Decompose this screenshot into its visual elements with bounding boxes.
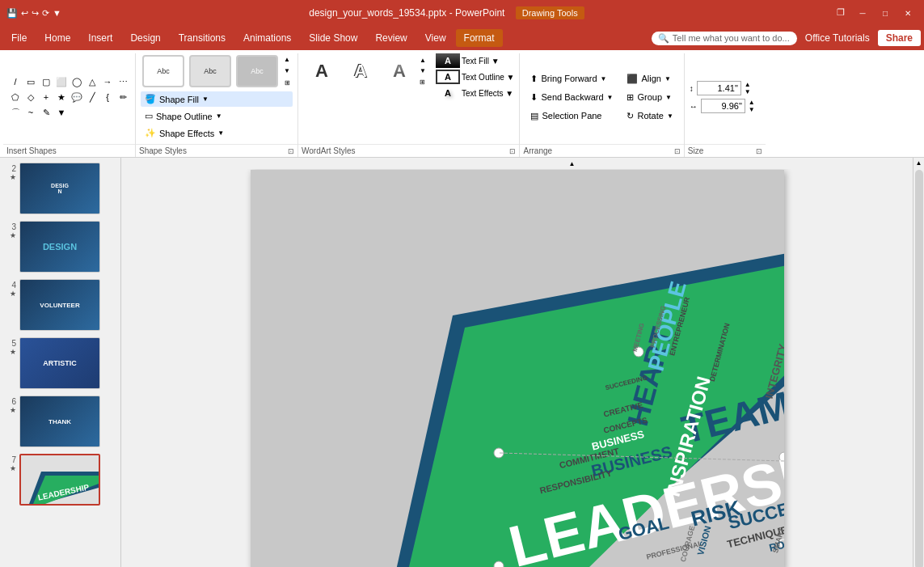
rotate-icon: ↻ — [627, 111, 634, 121]
send-backward-button[interactable]: ⬇ Send Backward ▼ — [525, 89, 618, 106]
slide-canvas[interactable]: LEADERSHIP TEAMWORK HEART PEOPLE INSPIRA… — [251, 170, 784, 568]
menu-animations[interactable]: Animations — [235, 29, 299, 47]
align-dropdown[interactable]: ▼ — [665, 75, 671, 83]
height-up[interactable]: ▲ — [745, 81, 751, 88]
search-box[interactable]: 🔍 Tell me what you want to do... — [652, 32, 797, 45]
redo-icon[interactable]: ↪ — [32, 8, 39, 19]
shape-rounded-rect[interactable]: ▢ — [39, 74, 53, 89]
size-height-input[interactable] — [697, 81, 741, 95]
size-expand[interactable]: ⊡ — [756, 147, 762, 155]
slide-img-6[interactable]: THANK — [19, 396, 100, 447]
send-backward-dropdown[interactable]: ▼ — [607, 94, 614, 101]
shape-freeform[interactable]: ✏ — [116, 90, 130, 104]
slide-img-5[interactable]: ARTISTIC — [19, 337, 100, 389]
shape-style-3[interactable]: Abc — [236, 55, 278, 87]
size-width-input[interactable] — [701, 99, 745, 113]
menu-slideshow[interactable]: Slide Show — [301, 29, 365, 47]
right-scrollbar[interactable]: ▲ ▼ — [913, 158, 924, 567]
group-dropdown[interactable]: ▼ — [665, 94, 672, 101]
menu-home[interactable]: Home — [36, 29, 78, 47]
save-icon[interactable]: 💾 — [6, 8, 18, 19]
shape-snip[interactable]: ⬜ — [54, 74, 69, 89]
office-tutorials-link[interactable]: Office Tutorials — [799, 29, 876, 47]
shape-star[interactable]: ★ — [54, 90, 69, 104]
shape-fill-dropdown[interactable]: ▼ — [202, 95, 209, 103]
repeat-icon[interactable]: ⟳ — [42, 8, 49, 19]
wordart-scroll[interactable]: ▲ ▼ ⊞ — [420, 55, 429, 87]
customize-icon[interactable]: ▼ — [53, 8, 61, 18]
shape-cross[interactable]: + — [39, 90, 53, 104]
slide-img-4[interactable]: VOLUNTEER — [19, 279, 100, 331]
height-spinner[interactable]: ▲ ▼ — [745, 81, 751, 95]
share-button[interactable]: Share — [878, 30, 921, 46]
shape-brace[interactable]: { — [100, 90, 115, 104]
rotate-button[interactable]: ↻ Rotate ▼ — [621, 108, 678, 125]
shape-rect[interactable]: ▭ — [23, 74, 38, 89]
shape-style-1[interactable]: Abc — [142, 55, 184, 87]
slide-img-7[interactable]: LEADERSHIP — [19, 454, 100, 506]
shape-dropdown[interactable]: ▼ — [54, 105, 69, 120]
bring-forward-dropdown[interactable]: ▼ — [601, 75, 607, 83]
wordart-solid[interactable]: A — [305, 55, 339, 87]
shape-style-2[interactable]: Abc — [189, 55, 231, 87]
menu-review[interactable]: Review — [367, 29, 415, 47]
menu-format[interactable]: Format — [456, 29, 503, 47]
height-down[interactable]: ▼ — [745, 88, 751, 95]
bring-forward-button[interactable]: ⬆ Bring Forward ▼ — [525, 70, 618, 87]
align-button[interactable]: ⬛ Align ▼ — [621, 70, 678, 87]
shape-arrow[interactable]: → — [100, 74, 115, 89]
shape-outline-button[interactable]: ▭ Shape Outline ▼ — [141, 108, 293, 124]
shape-callout[interactable]: 💬 — [70, 90, 84, 104]
menu-file[interactable]: File — [3, 29, 35, 47]
shape-curve[interactable]: ⌒ — [8, 105, 23, 120]
slide-thumb-3[interactable]: 3 ★ DESIGN — [3, 219, 117, 274]
slide-thumb-6[interactable]: 6 ★ THANK — [3, 394, 117, 449]
shape-oval[interactable]: ◯ — [70, 74, 84, 89]
width-up[interactable]: ▲ — [749, 99, 755, 106]
shape-fill-button[interactable]: 🪣 Shape Fill ▼ — [141, 91, 293, 107]
search-icon: 🔍 — [658, 33, 669, 44]
shape-pentagon[interactable]: ⬠ — [8, 90, 23, 104]
slide-img-2[interactable]: DESIGN — [19, 163, 100, 214]
slide-thumb-2[interactable]: 2 ★ DESIGN — [3, 161, 117, 216]
menu-view[interactable]: View — [417, 29, 454, 47]
shape-styles-expand[interactable]: ⊡ — [288, 147, 294, 155]
shape-diamond[interactable]: ◇ — [23, 90, 38, 104]
width-down[interactable]: ▼ — [749, 106, 755, 113]
shape-edit[interactable]: ✎ — [39, 105, 53, 120]
undo-icon[interactable]: ↩ — [21, 8, 28, 19]
selection-pane-button[interactable]: ▤ Selection Pane — [525, 108, 618, 125]
shape-more[interactable]: ⋯ — [116, 74, 130, 89]
minimize-button[interactable]: ─ — [853, 6, 872, 20]
shape-line[interactable]: / — [8, 74, 23, 89]
close-button[interactable]: ✕ — [898, 6, 918, 20]
style-scroll[interactable]: ▲ ▼ ⊞ — [281, 53, 293, 89]
slide-thumb-4[interactable]: 4 ★ VOLUNTEER — [3, 277, 117, 332]
slide-thumb-5[interactable]: 5 ★ ARTISTIC — [3, 336, 117, 391]
shape-triangle[interactable]: △ — [85, 74, 99, 89]
shape-effects-dropdown[interactable]: ▼ — [217, 129, 224, 137]
wordart-expand[interactable]: ⊡ — [509, 147, 516, 155]
scroll-up-arrow[interactable]: ▲ — [916, 159, 922, 167]
shape-scribble[interactable]: ~ — [23, 105, 38, 120]
slide-thumb-7[interactable]: 7 ★ LEADERSHIP — [3, 452, 117, 507]
scroll-thumb[interactable] — [915, 170, 923, 567]
wordart-outline[interactable]: A — [344, 55, 378, 87]
group-button[interactable]: ⊞ Group ▼ — [621, 89, 678, 106]
shape-line2[interactable]: ╱ — [85, 90, 99, 104]
width-spinner[interactable]: ▲ ▼ — [749, 99, 755, 113]
slide-img-3[interactable]: DESIGN — [19, 221, 100, 273]
arrange-expand[interactable]: ⊡ — [674, 147, 681, 155]
maximize-button[interactable]: □ — [875, 6, 895, 20]
shape-outline-dropdown[interactable]: ▼ — [216, 112, 222, 120]
restore-icon[interactable]: ❐ — [832, 6, 850, 20]
rotate-dropdown[interactable]: ▼ — [667, 112, 673, 120]
menu-design[interactable]: Design — [122, 29, 168, 47]
shape-effects-button[interactable]: ✨ Shape Effects ▼ — [141, 125, 293, 141]
menu-transitions[interactable]: Transitions — [171, 29, 234, 47]
arrange-column: ⬆ Bring Forward ▼ ⬇ Send Backward ▼ ▤ Se… — [525, 70, 618, 125]
scroll-up-button[interactable]: ▲ — [243, 158, 901, 169]
menu-insert[interactable]: Insert — [80, 29, 120, 47]
ribbon-arrange: ⬆ Bring Forward ▼ ⬇ Send Backward ▼ ▤ Se… — [520, 53, 684, 157]
wordart-gradient[interactable]: A — [382, 55, 416, 87]
